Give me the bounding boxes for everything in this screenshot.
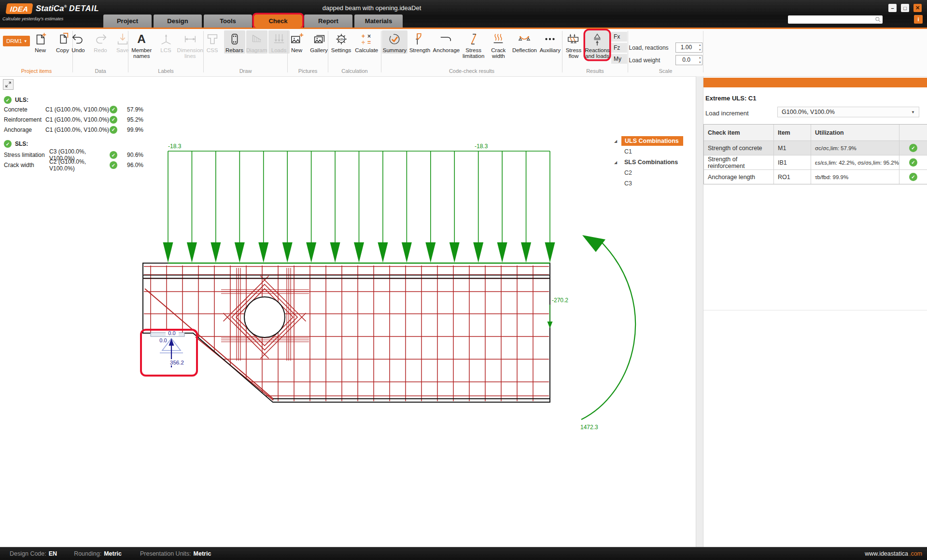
title-bar: IDEA StatiCa® DETAIL Calculate yesterday…: [0, 0, 927, 28]
reaction-support-icon: [589, 31, 605, 47]
tree-item-c1[interactable]: C1: [614, 146, 683, 157]
maximize-button[interactable]: □: [901, 4, 909, 12]
tab-materials[interactable]: Materials: [354, 14, 403, 28]
lcs-button[interactable]: LCS: [155, 30, 177, 54]
fit-view-icon: [5, 81, 12, 88]
moment-arc: [581, 243, 635, 420]
status-rounding: Rounding:Metric: [74, 550, 122, 557]
new-project-item-button[interactable]: New: [30, 30, 51, 54]
gallery-button[interactable]: Gallery: [309, 30, 330, 54]
close-button[interactable]: ✕: [913, 4, 922, 12]
toggle-fz[interactable]: Fz: [611, 43, 627, 53]
uls-result-row: ReinforcementC1 (G100.0%, V100.0%) ✓95.2…: [4, 114, 143, 125]
spinner-up-icon: ▲: [699, 56, 701, 60]
dimension-lines-button[interactable]: Dimension lines: [178, 30, 203, 59]
cross-section-icon: [204, 31, 221, 47]
diagram-button[interactable]: Diagram: [246, 30, 267, 54]
stress-limitation-button[interactable]: Stress limitation: [462, 30, 486, 59]
new-picture-button[interactable]: New: [286, 30, 308, 54]
member-names-button[interactable]: A Member names: [129, 30, 154, 59]
anchorage-button[interactable]: Anchorage: [432, 30, 461, 54]
search-box[interactable]: [788, 15, 883, 24]
stress-flow-button[interactable]: Stress flow: [563, 30, 584, 59]
reactions-and-loads-button[interactable]: Reactions and loads: [585, 30, 609, 59]
group-label-pictures: Pictures: [288, 68, 327, 74]
tree-item-c3[interactable]: C3: [614, 178, 683, 189]
strength-button[interactable]: Strength: [408, 30, 431, 54]
css-button[interactable]: CSS: [202, 30, 223, 54]
brand-tagline: Calculate yesterday's estimates: [2, 16, 63, 21]
settings-button[interactable]: </> Settings: [330, 30, 353, 54]
table-header-row: Check item Item Utilization: [704, 125, 927, 140]
combo-caret-icon: ▼: [911, 110, 915, 114]
support-reaction-value: 356.2: [170, 360, 184, 365]
minimize-button[interactable]: –: [888, 4, 897, 12]
website-link[interactable]: www.ideastatica.com: [865, 550, 922, 557]
group-label-results: Results: [563, 68, 627, 74]
panel-section-divider: [703, 310, 927, 310]
group-label-calculation: Calculation: [329, 68, 380, 74]
svg-text:÷: ÷: [362, 39, 365, 46]
undo-button[interactable]: Undo: [68, 30, 89, 54]
tab-check[interactable]: Check: [254, 14, 302, 28]
load-weight-scale-input[interactable]: 0.0 ▲▼: [675, 55, 702, 65]
toggle-my[interactable]: My: [611, 54, 627, 64]
panel-header-bar: [703, 78, 927, 87]
calculate-button[interactable]: +×÷= Calculate: [353, 30, 379, 54]
uls-result-row: ConcreteC1 (G100.0%, V100.0%) ✓57.9%: [4, 104, 143, 114]
table-row[interactable]: Strength of reinforcement IB1 εs/εs,lim:…: [704, 155, 927, 169]
fit-view-button[interactable]: [3, 79, 14, 90]
ribbon-group-project-items: New Copy: [1, 29, 72, 67]
tree-item-sls-combinations[interactable]: ◢ SLS Combinations: [614, 157, 683, 168]
support-dim-top: 0.0: [168, 330, 175, 336]
ribbon-group-results: Stress flow Reactions and loads Fx Fz My: [563, 29, 627, 67]
ribbon-group-draw: CSS Rebars Diagram Loads: [204, 29, 287, 67]
tab-design[interactable]: Design: [154, 14, 202, 28]
load-increment-label: Load increment: [705, 110, 749, 117]
svg-text:</>: </>: [338, 37, 344, 42]
spinner-down-icon: ▼: [699, 48, 701, 52]
table-row[interactable]: Strength of concrete M1 σc/σc,lim: 57.9%…: [704, 140, 927, 155]
diagram-icon: [249, 31, 265, 47]
expander-icon[interactable]: ◢: [614, 160, 621, 165]
panel-splitter[interactable]: [696, 76, 703, 547]
group-label-draw: Draw: [204, 68, 287, 74]
load-reactions-scale-input[interactable]: 1.00 ▲▼: [675, 42, 702, 53]
tree-item-c2[interactable]: C2: [614, 168, 683, 178]
group-separator: [703, 31, 703, 72]
uls-result-row: AnchorageC1 (G100.0%, V100.0%) ✓99.9%: [4, 125, 143, 135]
support-dim-left: 0.0: [159, 337, 167, 343]
group-separator: [562, 31, 562, 72]
group-label-code-check-results: Code-check results: [382, 68, 562, 74]
auxiliary-button[interactable]: Auxiliary: [539, 30, 562, 54]
result-component-toggles: Fx Fz My: [611, 32, 627, 64]
tab-project[interactable]: Project: [103, 14, 152, 28]
search-input[interactable]: [788, 16, 875, 23]
info-button[interactable]: i: [914, 15, 923, 24]
crack-width-button[interactable]: Crack width: [486, 30, 510, 59]
ribbon: DRM1 ▾ New Copy Undo Redo: [0, 29, 927, 77]
group-separator: [628, 31, 628, 72]
toggle-fx[interactable]: Fx: [611, 32, 627, 42]
pass-icon: ✓: [110, 126, 117, 134]
main-reinforcement-lines: [143, 275, 550, 399]
tree-item-uls-combinations[interactable]: ◢ ULS Combinations: [614, 136, 683, 146]
rebars-button[interactable]: Rebars: [224, 30, 245, 54]
distributed-load: [163, 151, 555, 263]
strength-icon: [411, 31, 428, 47]
svg-text:×: ×: [367, 33, 371, 40]
load-increment-dropdown[interactable]: G100.0%, V100.0% ▼: [777, 107, 919, 117]
status-units: Presentation Units:Metric: [140, 550, 211, 557]
new-document-icon: [32, 31, 49, 47]
tab-report[interactable]: Report: [304, 14, 352, 28]
tab-tools[interactable]: Tools: [204, 14, 252, 28]
summary-button[interactable]: Summary: [382, 30, 407, 54]
sls-summary-header: ✓ SLS:: [4, 140, 143, 148]
expander-icon[interactable]: ◢: [614, 139, 621, 143]
redo-button[interactable]: Redo: [90, 30, 111, 54]
table-row[interactable]: Anchorage length RO1 τb/fbd: 99.9% ✓: [704, 169, 927, 184]
summary-check-icon: [386, 31, 403, 47]
deflection-button[interactable]: Deflection: [511, 30, 538, 54]
uls-summary-header: ✓ ULS:: [4, 96, 143, 104]
load-value-label-left: -18.3: [168, 143, 182, 150]
